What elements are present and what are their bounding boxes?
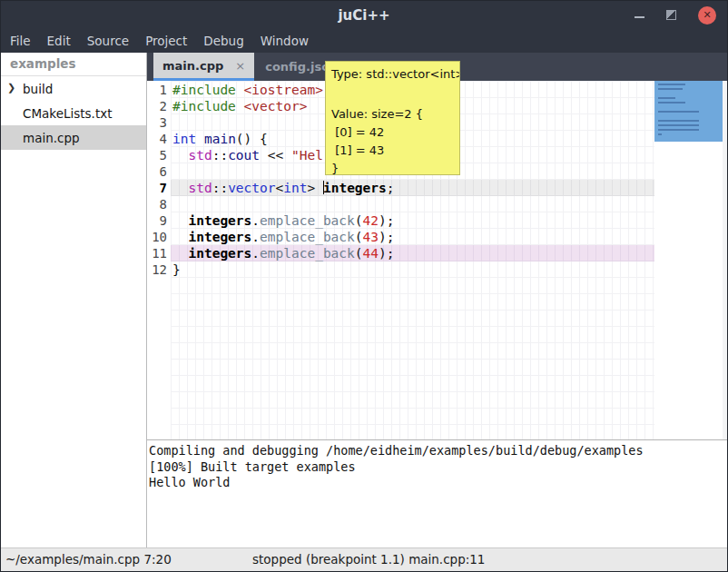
close-icon[interactable]: ✕ [698,6,716,25]
code-line[interactable]: } [171,261,654,278]
sidebar-item-main.cpp[interactable]: main.cpp [1,125,146,150]
code-token: cout [228,148,260,163]
tab-main-cpp[interactable]: main.cpp× [153,53,254,81]
code-token: 42 [363,213,379,228]
code-token: int [172,132,196,146]
line-number: 6 [160,163,167,180]
minimap-code-line [658,84,685,85]
code-token: . [251,246,260,261]
window-title: juCi++ [338,7,389,24]
code-token: < [276,181,284,195]
minimap-viewport-overlay[interactable] [654,81,723,142]
code-token: #include [172,83,236,97]
code-token [172,148,188,163]
status-file-position: ~/examples/main.cpp 7:20 [5,552,172,567]
debug-value-tooltip: Type: std::vector<int> Value: size=2 { [… [325,61,460,175]
minimize-icon[interactable] [635,16,644,18]
terminal-line: Hello World [149,475,727,491]
menu-bar: FileEditSourceProjectDebugWindow [1,29,727,53]
code-token: std [188,148,212,163]
code-token: integers [323,181,387,195]
code-token: emplace_back [260,246,355,261]
code-token: . [251,213,260,228]
minimap-code-line [658,111,699,113]
code-line[interactable]: integers.emplace_back(42); [171,212,654,229]
code-token [172,230,188,244]
code-token [172,213,188,228]
minimap-code-line [658,97,675,99]
code-token [196,132,204,146]
code-token: integers [188,213,251,228]
code-token: "Hel [291,148,323,163]
line-number: 10 [152,229,167,245]
title-bar: juCi++ ✕ [1,1,727,29]
code-token: std [188,181,212,195]
file-tree-header: examples [1,53,146,76]
tooltip-value-line: [1] = 43 [331,142,454,160]
minimap-code-line [658,120,699,122]
tab-label: main.cpp [162,59,223,73]
code-token: ( [355,230,363,244]
code-token: <vector> [244,99,308,113]
menu-item-file[interactable]: File [2,29,39,53]
code-token: () { [236,132,268,146]
code-line[interactable]: integers.emplace_back(44); [171,245,654,261]
sidebar-item-label: main.cpp [23,131,80,145]
editor-scrollbar[interactable] [723,81,727,439]
code-token: . [251,230,260,244]
line-number: 9 [160,212,167,229]
minimap-code-line [658,133,662,135]
menu-item-edit[interactable]: Edit [39,29,79,53]
tooltip-value-line: } [331,160,454,175]
build-output-terminal[interactable]: Compiling and debugging /home/eidheim/ex… [147,440,727,547]
code-token: <iostream> [244,83,323,97]
line-number: 5 [160,147,167,163]
code-line[interactable]: std::vector<int> integers; [171,180,654,196]
restore-icon[interactable] [666,10,676,20]
code-token: emplace_back [260,213,355,228]
code-token: } [172,262,181,277]
expander-chevron-icon[interactable]: ❯ [7,82,15,94]
status-debug-state: stopped (breakpoint 1.1) main.cpp:11 [252,552,485,567]
line-number: 8 [160,196,167,212]
window-controls: ✕ [635,1,716,29]
code-line[interactable] [171,196,654,212]
code-token: ( [355,246,363,261]
line-number: 1 [160,82,167,98]
code-token [172,246,188,261]
sidebar-item-label: CMakeLists.txt [23,106,113,121]
code-token [236,99,244,113]
line-number: 11 [152,245,167,261]
code-token [236,83,244,97]
file-tree: ❯buildCMakeLists.txtmain.cpp [1,76,146,150]
menu-item-project[interactable]: Project [137,29,195,53]
code-token: #include [172,99,236,113]
status-bar: ~/examples/main.cpp 7:20 stopped (breakp… [1,547,727,571]
tooltip-type-line: Type: std::vector<int> [331,65,454,84]
tab-close-icon[interactable]: × [235,59,245,73]
code-token: :: [212,148,228,163]
code-token: :: [212,181,228,195]
terminal-line: [100%] Built target examples [149,459,727,476]
menu-item-debug[interactable]: Debug [195,29,251,53]
code-token: ); [379,246,394,261]
code-token: 43 [363,230,379,244]
code-token: int [283,181,307,195]
menu-item-window[interactable]: Window [252,29,317,53]
code-token: ; [387,181,395,195]
code-token: ( [355,213,363,228]
code-line[interactable]: integers.emplace_back(43); [171,229,654,245]
line-number: 2 [160,98,167,114]
sidebar-item-label: build [23,82,53,96]
line-number-gutter: 123456789101112 [147,81,171,439]
code-token: emplace_back [260,230,355,244]
menu-item-source[interactable]: Source [79,29,137,53]
code-token: > [307,181,322,195]
sidebar-item-build[interactable]: ❯build [1,76,146,101]
minimap[interactable] [654,81,723,439]
sidebar-item-cmakelists.txt[interactable]: CMakeLists.txt [1,101,146,125]
terminal-line: Compiling and debugging /home/eidheim/ex… [149,443,727,459]
line-number: 3 [160,114,167,131]
code-token: main [204,132,236,146]
minimap-code-line [658,129,699,131]
